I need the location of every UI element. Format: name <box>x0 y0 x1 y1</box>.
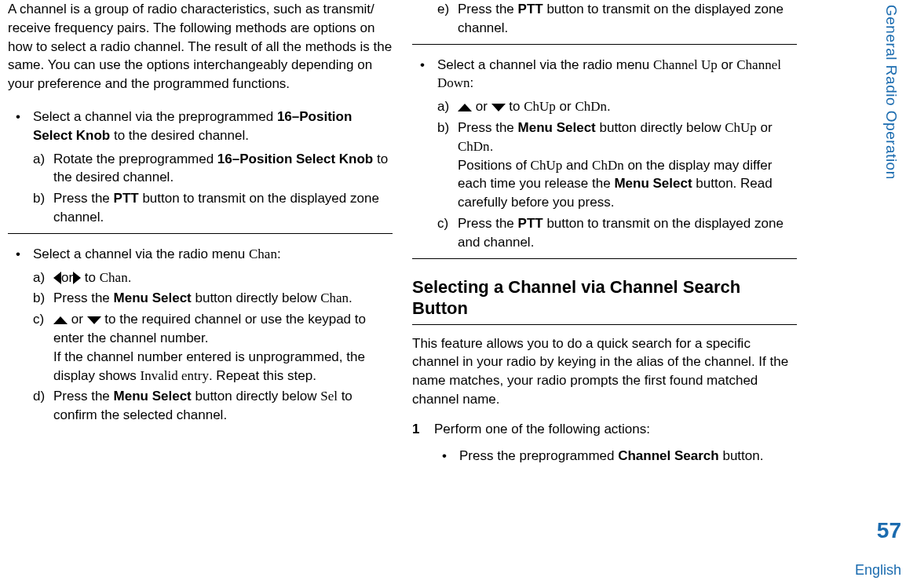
svg-marker-1 <box>73 272 81 284</box>
text-fragment: Select a channel via the preprogrammed <box>33 109 277 124</box>
inner-bullet: Press the preprogrammed Channel Search b… <box>434 447 797 466</box>
text-fragment: Press the <box>53 389 114 404</box>
step-a: a) Rotate the preprogrammed 16–Position … <box>33 150 393 188</box>
text-fragment: . <box>490 139 494 154</box>
svg-marker-0 <box>53 272 61 284</box>
section-body: This feature allows you to do a quick se… <box>412 334 797 409</box>
numbered-step-1: 1 Perform one of the following actions: … <box>412 420 797 466</box>
text-fragment: Perform one of the following actions: <box>434 422 650 436</box>
text-fragment: . <box>349 290 353 305</box>
text-fragment: to the required channel or use the keypa… <box>53 312 366 345</box>
step-marker: a) <box>33 268 53 287</box>
softkey-sel: Sel <box>320 389 338 404</box>
step-marker: e) <box>437 0 458 38</box>
softkey-channel-up: Channel Up <box>653 57 718 72</box>
right-column: e) Press the PTT button to transmit on t… <box>412 0 816 474</box>
step-text: Press the Menu Select button directly be… <box>53 387 393 425</box>
bullet-chan-method: Select a channel via the radio menu Chan… <box>8 245 393 425</box>
text-fragment: button directly below <box>596 120 725 135</box>
step-marker: b) <box>33 289 53 308</box>
bullet-chup-text: Select a channel via the radio menu Chan… <box>437 56 797 93</box>
step-a: a) or to Chan. <box>33 268 393 287</box>
step-marker: a) <box>33 150 53 188</box>
text-or: or <box>556 99 575 114</box>
step-number: 1 <box>412 420 434 466</box>
softkey-chdn: ChDn <box>458 139 490 154</box>
arrow-down-icon <box>87 316 101 324</box>
softkey-chan: Chan <box>100 270 128 285</box>
text-fragment: to <box>81 270 100 285</box>
step-text: Press the PTT button to transmit on the … <box>458 0 797 38</box>
step-marker: a) <box>437 97 458 116</box>
arrow-up-icon <box>53 316 68 324</box>
intro-paragraph: A channel is a group of radio characteri… <box>8 0 393 93</box>
softkey-chdn: ChDn <box>575 99 607 114</box>
text-or: or <box>472 99 491 114</box>
text-fragment: to <box>506 99 524 114</box>
step-d: d) Press the Menu Select button directly… <box>33 387 393 425</box>
ptt-label: PTT <box>518 2 543 16</box>
text-fragment: Press the <box>53 290 114 305</box>
section-heading-channel-search: Selecting a Channel via Channel Search B… <box>412 276 797 320</box>
step-text: or to ChUp or ChDn. <box>458 97 797 116</box>
bullet-knob-text: Select a channel via the preprogrammed 1… <box>33 108 393 145</box>
step-content: Perform one of the following actions: Pr… <box>434 420 797 466</box>
step-text: Press the PTT button to transmit on the … <box>53 189 393 227</box>
text-fragment: Press the <box>458 216 518 231</box>
arrow-left-icon <box>53 272 61 284</box>
ptt-label: PTT <box>518 216 543 231</box>
softkey-chup: ChUp <box>531 158 563 173</box>
text-fragment: : <box>470 75 474 90</box>
menu-select-label: Menu Select <box>114 290 192 305</box>
text-fragment: Rotate the preprogrammed <box>53 152 217 166</box>
text-fragment: button directly below <box>192 389 320 404</box>
bullet-chup-method: Select a channel via the radio menu Chan… <box>412 56 797 252</box>
arrow-down-icon <box>491 104 506 111</box>
page-number: 57 <box>877 515 901 546</box>
language-label: English <box>855 561 901 580</box>
step-text: Rotate the preprogrammed 16–Position Sel… <box>53 150 393 188</box>
step-text: or to the required channel or use the ke… <box>53 310 393 385</box>
channel-search-label: Channel Search <box>618 448 719 463</box>
svg-marker-5 <box>491 104 506 111</box>
ptt-label: PTT <box>114 191 139 206</box>
text-or: or <box>61 270 73 285</box>
step-c: c) or to the required channel or use the… <box>33 310 393 385</box>
text-fragment: button. <box>719 448 764 463</box>
step-b: b) Press the Menu Select button directly… <box>33 289 393 308</box>
step-marker: c) <box>437 214 458 252</box>
step-e: e) Press the PTT button to transmit on t… <box>437 0 797 38</box>
menu-select-label: Menu Select <box>114 389 192 404</box>
softkey-chup: ChUp <box>524 99 556 114</box>
step-text: Press the Menu Select button directly be… <box>53 289 393 308</box>
side-tab-chapter: General Radio Operation <box>880 5 901 180</box>
step-c: c) Press the PTT button to transmit on t… <box>437 214 797 252</box>
step-marker: c) <box>33 310 53 385</box>
text-fragment: Positions of <box>458 158 531 173</box>
divider <box>412 258 797 259</box>
text-or: or <box>68 312 87 327</box>
bullet-chan-text: Select a channel via the radio menu Chan… <box>33 245 393 264</box>
knob-label: 16–Position Select Knob <box>217 152 373 166</box>
step-text: or to Chan. <box>53 268 393 287</box>
divider <box>8 233 393 234</box>
step-marker: b) <box>437 119 458 212</box>
divider <box>412 44 797 45</box>
step-a: a) or to ChUp or ChDn. <box>437 97 797 116</box>
softkey-chan: Chan <box>320 290 349 305</box>
text-fragment: Select a channel via the radio menu <box>33 247 249 261</box>
menu-select-label: Menu Select <box>614 176 692 191</box>
softkey-chan: Chan <box>249 247 277 261</box>
text-fragment: Press the <box>458 2 518 16</box>
step-marker: d) <box>33 387 53 425</box>
text-fragment: and <box>562 158 592 173</box>
left-column: A channel is a group of radio characteri… <box>8 0 412 474</box>
svg-marker-2 <box>53 316 68 324</box>
step-b: b) Press the Menu Select button directly… <box>437 119 797 212</box>
svg-marker-3 <box>87 316 101 324</box>
bullet-knob-method: Select a channel via the preprogrammed 1… <box>8 108 393 227</box>
step-marker: b) <box>33 189 53 227</box>
softkey-chdn: ChDn <box>592 158 624 173</box>
text-or: or <box>757 120 773 135</box>
text-fragment: Press the <box>53 191 114 206</box>
